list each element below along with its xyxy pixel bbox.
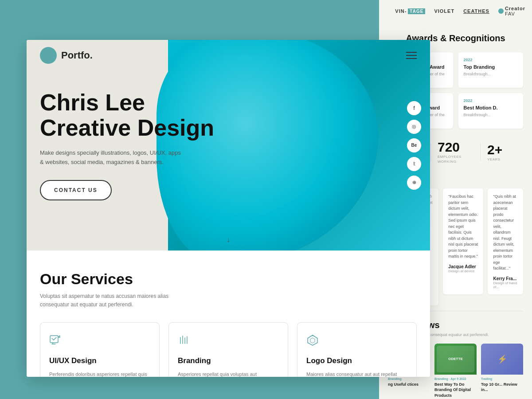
teal-bg-left <box>0 0 27 399</box>
testimonial-text-1: "Quis nibh at acecenean placerat prodo c… <box>493 194 518 272</box>
services-grid: UI/UX Design Perferendis doloribus asper… <box>40 322 417 377</box>
news-card-2: ⚡ Trading Top 10 Gr... Review in... <box>481 344 523 399</box>
award-name-1: Top Branding <box>464 64 518 70</box>
svg-marker-6 <box>310 338 315 343</box>
uiux-desc: Perferendis doloribus asperiores repella… <box>49 371 150 377</box>
twitter-icon[interactable]: 𝕥 <box>407 157 421 171</box>
instagram-icon[interactable]: ◎ <box>407 120 421 134</box>
svg-marker-5 <box>308 335 317 345</box>
testimonial-role-1: Design of hand of... <box>493 281 518 289</box>
award-name-3: Best Motion D. <box>464 105 518 110</box>
main-card: Portfo. Chris Lee Creative Design Make d… <box>27 40 430 377</box>
stat-2: 2+ YEARS <box>487 142 523 162</box>
logo-circle <box>40 47 57 64</box>
hamburger-line <box>406 52 417 53</box>
award-desc-3: Breakthrough... <box>464 112 518 118</box>
testimonial-role-0: Design at device <box>448 269 478 273</box>
award-card-3: 2022 Best Motion D. Breakthrough... <box>458 93 524 129</box>
facebook-icon[interactable]: f <box>407 101 421 115</box>
stat-divider <box>430 143 431 161</box>
uiux-icon <box>49 334 65 350</box>
news-tag-1: Branding · Apr 5 2022 <box>434 377 477 380</box>
testimonial-text-0: "Faucibus hac paritor sem dictum velit, … <box>448 194 478 260</box>
news-title-1: Best Way To Do Branding Of Digital Produ… <box>434 382 477 399</box>
branding-name: Branding <box>178 356 279 365</box>
service-card-uiux: UI/UX Design Perferendis doloribus asper… <box>40 322 160 377</box>
branding-desc: Asperiores repellat quia voluptas aut as… <box>178 371 279 377</box>
news-title-0: ng Useful ctices <box>388 382 430 387</box>
branding-icon <box>178 334 194 350</box>
brand-violet: VIOLET <box>434 8 454 14</box>
hamburger-line <box>406 55 417 56</box>
behance-icon[interactable]: Be <box>407 138 421 153</box>
news-img-2: ⚡ <box>481 344 523 375</box>
services-title: Our Services <box>40 270 417 288</box>
hamburger-menu[interactable] <box>406 52 417 59</box>
uiux-name: UI/UX Design <box>49 356 150 365</box>
hero-section: Portfo. Chris Lee Creative Design Make d… <box>27 40 430 250</box>
award-year-1: 2022 <box>464 58 518 62</box>
stat-number-1: 720 <box>438 140 473 155</box>
testimonial-name-0: Jacque Adler <box>448 264 478 269</box>
services-section: Our Services Voluptas sit aspernatur te … <box>27 250 430 377</box>
testimonial-card-1: "Quis nibh at acecenean placerat prodo c… <box>488 188 523 294</box>
social-icons: f ◎ Be 𝕥 ⊕ <box>407 101 421 190</box>
stat-label-2: YEARS <box>487 157 523 162</box>
news-tag-0: Branding <box>388 377 430 380</box>
navbar: Portfo. <box>27 40 430 71</box>
award-desc-1: Breakthrough... <box>464 71 518 77</box>
news-img-1: ODETTE <box>434 344 477 375</box>
award-year-3: 2022 <box>464 98 518 103</box>
contact-us-button[interactable]: CONTACT US <box>40 180 112 200</box>
pinterest-icon[interactable]: ⊕ <box>407 176 421 190</box>
news-tag-2: Trading <box>481 377 523 380</box>
logo-text: Portfo. <box>61 50 93 61</box>
service-card-branding: Branding Asperiores repellat quia volupt… <box>168 322 288 377</box>
logo: Portfo. <box>40 47 93 64</box>
top-bar: VIN-TAGE VIOLET CEATHES CreatorFAV <box>379 0 532 22</box>
scroll-indicator: ↓ <box>227 236 230 244</box>
brand-vintage: VIN-TAGE <box>395 8 425 14</box>
news-card-1: ODETTE Branding · Apr 5 2022 Best Way To… <box>434 344 477 399</box>
testimonial-name-1: Kerry Fra... <box>493 276 518 281</box>
stat-label-1: EMPLOYEESWORKING <box>438 155 473 164</box>
logo-desc: Maiores alias consequatur aut aut repell… <box>306 371 407 377</box>
testimonial-card-0: "Faucibus hac paritor sem dictum velit, … <box>443 188 483 294</box>
services-subtitle: Voluptas sit aspernatur te natus accusan… <box>40 292 191 309</box>
award-card-1: 2022 Top Branding Breakthrough... <box>458 52 524 88</box>
stat-1: 720 EMPLOYEESWORKING <box>438 140 473 164</box>
brand-creator: CreatorFAV <box>498 6 525 16</box>
logo-design-icon <box>306 334 322 350</box>
hero-content: Chris Lee Creative Design Make designs s… <box>40 90 214 201</box>
testimonials-main: "Faucibus hac paritor sem dictum velit, … <box>443 188 523 294</box>
logo-name: Logo Design <box>306 356 407 365</box>
brand-ceathes: CEATHES <box>463 8 489 14</box>
stat-number-2: 2+ <box>487 142 523 157</box>
hero-subtitle: Make designs specially illustrations, lo… <box>40 149 182 167</box>
news-title-2: Top 10 Gr... Review in... <box>481 382 523 393</box>
service-card-logo: Logo Design Maiores alias consequatur au… <box>297 322 417 377</box>
stat-divider <box>480 143 481 161</box>
hamburger-line <box>406 58 417 59</box>
hero-title: Chris Lee Creative Design <box>40 90 214 141</box>
